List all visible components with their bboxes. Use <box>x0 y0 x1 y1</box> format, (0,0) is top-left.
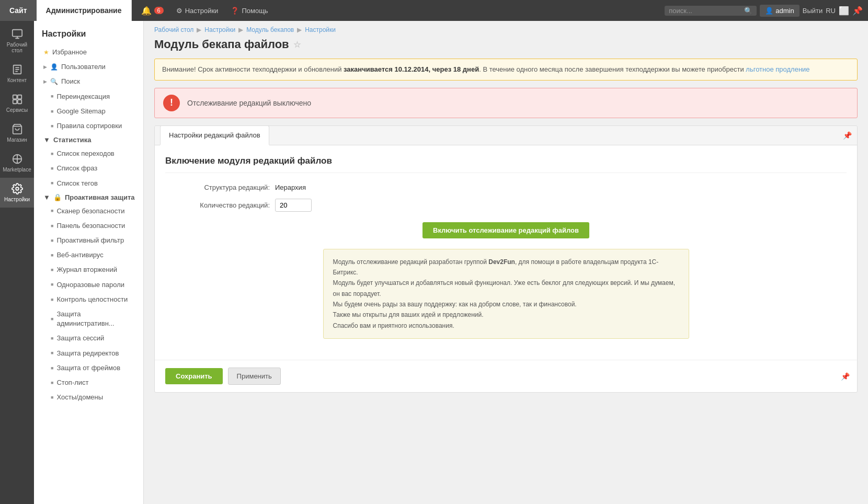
nav-reindex[interactable]: ■ Переиндексация <box>34 89 143 104</box>
arrow-proactive: ▼ <box>43 193 50 201</box>
content-area: Рабочий стол ▶ Настройки ▶ Модуль бекапо… <box>144 21 868 504</box>
breadcrumb-module[interactable]: Модуль бекапов <box>246 26 294 33</box>
nav-profilter[interactable]: ■ Проактивный фильтр <box>34 233 143 248</box>
bullet-hosts: ■ <box>51 394 53 401</box>
bullet-sessions: ■ <box>51 335 53 342</box>
nav-antivirus[interactable]: ■ Веб-антивирус <box>34 248 143 262</box>
promo-link[interactable]: льготное продление <box>746 65 809 73</box>
tab-file-revisions[interactable]: Настройки редакций файлов <box>160 125 269 145</box>
lock-icon: 🔒 <box>53 193 62 201</box>
sidebar-item-shop[interactable]: Магазин <box>0 118 34 148</box>
nav-frames[interactable]: ■ Защита от фреймов <box>34 361 143 375</box>
settings-nav-btn[interactable]: ⚙ Настройки <box>171 0 224 21</box>
alert-icon: ! <box>163 95 180 111</box>
nav-hosts[interactable]: ■ Хосты/домены <box>34 390 143 405</box>
bullet-phrases: ■ <box>51 165 53 172</box>
svg-rect-7 <box>13 100 16 104</box>
nav-sort[interactable]: ■ Правила сортировки <box>34 119 143 133</box>
bullet-sort: ■ <box>51 123 53 130</box>
apply-button[interactable]: Применить <box>228 368 281 385</box>
nav-favorites[interactable]: ★ Избранное <box>34 45 143 60</box>
bullet-profilter: ■ <box>51 237 53 244</box>
user-button[interactable]: 👤 admin <box>760 5 799 17</box>
search-icon: 🔍 <box>744 7 752 15</box>
topbar-nav: 🔔 6 ⚙ Настройки ❓ Помощь <box>136 0 665 21</box>
bullet-scanner: ■ <box>51 208 53 214</box>
structure-value: Иерархия <box>275 184 306 191</box>
breadcrumb-settings[interactable]: Настройки <box>204 26 235 33</box>
nav-users[interactable]: ▶ 👤 Пользователи <box>34 60 143 74</box>
arrow-statistics: ▼ <box>43 136 50 144</box>
main-layout: Рабочий стол Контент Сервисы Магазин Mar… <box>0 21 868 504</box>
panel-tabs: Настройки редакций файлов 📌 <box>155 126 857 145</box>
topbar-right: 🔍 👤 admin Выйти RU ⬜ 📌 <box>665 5 863 17</box>
nav-sitemap[interactable]: ■ Google Sitemap <box>34 104 143 119</box>
icon-sidebar: Рабочий стол Контент Сервисы Магазин Mar… <box>0 21 34 504</box>
page-title: Модуль бекапа файлов ☆ <box>154 38 858 51</box>
bullet-transitions: ■ <box>51 151 53 157</box>
bullet-stoplist: ■ <box>51 380 53 386</box>
info-line-2: Модуль будет улучшаться и добавляться но… <box>333 278 679 299</box>
bullet-adminprotect: ■ <box>51 316 53 323</box>
nav-scanner[interactable]: ■ Сканер безопасности <box>34 204 143 219</box>
nav-transitions[interactable]: ■ Список переходов <box>34 146 143 161</box>
nav-adminprotect[interactable]: ■ Защита административн... <box>34 307 143 331</box>
nav-statistics[interactable]: ▼ Статистика <box>34 133 143 146</box>
sidebar-item-marketplace[interactable]: Marketplace <box>0 148 34 178</box>
bullet-redirects: ■ <box>51 350 53 357</box>
sidebar-item-services[interactable]: Сервисы <box>0 88 34 118</box>
nav-sidebar: Настройки ★ Избранное ▶ 👤 Пользователи ▶… <box>34 21 144 504</box>
help-nav-btn[interactable]: ❓ Помощь <box>225 0 273 21</box>
logout-button[interactable]: Выйти <box>803 7 823 15</box>
services-icon <box>12 94 23 105</box>
bullet-integrity: ■ <box>51 296 53 303</box>
nav-intrusion[interactable]: ■ Журнал вторжений <box>34 262 143 277</box>
nav-secpanel[interactable]: ■ Панель безопасности <box>34 219 143 233</box>
language-button[interactable]: RU <box>826 7 836 15</box>
pin-footer-icon[interactable]: 📌 <box>841 372 850 381</box>
favorite-star-icon[interactable]: ☆ <box>293 40 301 50</box>
nav-phrases[interactable]: ■ Список фраз <box>34 161 143 176</box>
bullet-sitemap: ■ <box>51 108 53 115</box>
notifications-btn[interactable]: 🔔 6 <box>136 0 169 21</box>
save-button[interactable]: Сохранить <box>165 368 223 384</box>
sidebar-item-content[interactable]: Контент <box>0 59 34 88</box>
nav-otp[interactable]: ■ Одноразовые пароли <box>34 278 143 292</box>
notifications-badge: 6 <box>154 7 164 14</box>
arrow-right-icon2: ▶ <box>43 78 47 85</box>
alert-text: Отслеживание редакций выключено <box>187 99 311 107</box>
panel-body: Включение модуля редакций файлов Структу… <box>155 145 857 360</box>
nav-integrity[interactable]: ■ Контроль целостности <box>34 292 143 307</box>
nav-stoplist[interactable]: ■ Стоп-лист <box>34 375 143 390</box>
breadcrumb-desktop[interactable]: Рабочий стол <box>154 26 193 33</box>
info-line-1: Модуль отслеживание редакций разработан … <box>333 257 679 278</box>
enable-button[interactable]: Включить отслеживание редакций файлов <box>422 222 589 238</box>
count-input[interactable] <box>275 199 312 212</box>
bullet-otp: ■ <box>51 281 53 288</box>
search-input[interactable] <box>669 7 742 15</box>
nav-sessions[interactable]: ■ Защита сессий <box>34 331 143 346</box>
marketplace-icon <box>12 153 23 165</box>
svg-rect-0 <box>12 30 21 37</box>
nav-tags[interactable]: ■ Список тегов <box>34 176 143 191</box>
shop-icon <box>12 123 23 135</box>
site-tab[interactable]: Сайт <box>0 0 37 21</box>
settings-icon <box>12 183 23 194</box>
pin-tab-icon[interactable]: 📌 <box>843 131 852 140</box>
sidebar-item-settings[interactable]: Настройки <box>0 178 34 208</box>
alert-box: ! Отслеживание редакций выключено <box>154 88 858 118</box>
nav-search[interactable]: ▶ 🔍 Поиск <box>34 74 143 89</box>
breadcrumb-current[interactable]: Настройки <box>305 26 336 33</box>
sidebar-item-desktop[interactable]: Рабочий стол <box>0 23 34 59</box>
topbar: Сайт Администрирование 🔔 6 ⚙ Настройки ❓… <box>0 0 868 21</box>
nav-redirects[interactable]: ■ Защита редиректов <box>34 346 143 361</box>
panel-footer: Сохранить Применить 📌 <box>155 360 857 392</box>
pin-header-button[interactable]: 📌 <box>852 6 863 16</box>
nav-proactive[interactable]: ▼ 🔒 Проактивная защита <box>34 191 143 204</box>
bullet-frames: ■ <box>51 365 53 372</box>
structure-label: Структура редакций: <box>165 184 270 191</box>
admin-tab[interactable]: Администрирование <box>37 0 132 21</box>
desktop-icon <box>12 28 23 40</box>
form-row-structure: Структура редакций: Иерархия <box>165 184 847 191</box>
window-icon-button[interactable]: ⬜ <box>839 6 849 16</box>
